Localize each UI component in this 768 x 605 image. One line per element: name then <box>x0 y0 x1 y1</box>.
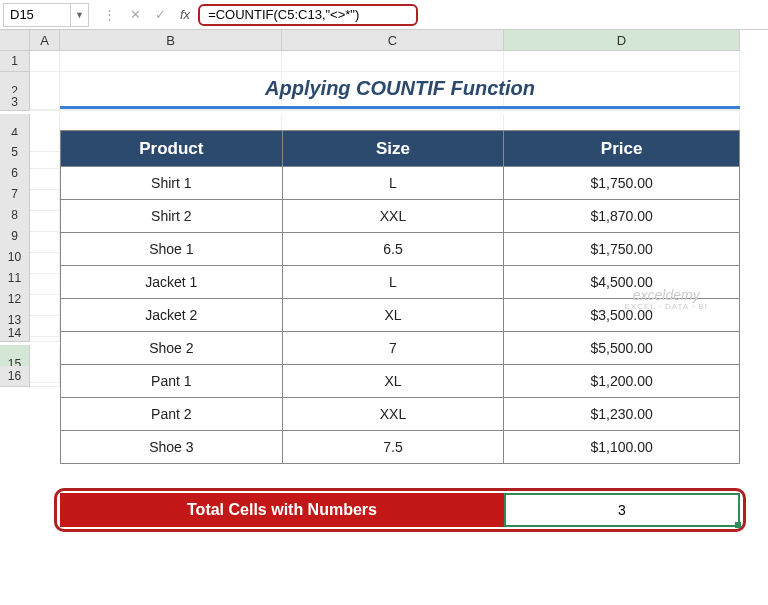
col-header-A[interactable]: A <box>30 30 60 51</box>
watermark: exceldemy EXCEL · DATA · BI <box>624 288 708 312</box>
col-header-product[interactable]: Product <box>61 131 283 167</box>
row-header-14[interactable]: 14 <box>0 324 30 342</box>
cell-product[interactable]: Shoe 1 <box>61 233 283 266</box>
table-row: Pant 2XXL$1,230.00 <box>61 398 740 431</box>
cell-product[interactable]: Pant 2 <box>61 398 283 431</box>
cell-size[interactable]: 7.5 <box>282 431 504 464</box>
cell[interactable] <box>60 51 282 72</box>
cell-product[interactable]: Shoe 3 <box>61 431 283 464</box>
name-box-dropdown-icon[interactable]: ▼ <box>71 3 89 27</box>
cell-size[interactable]: XXL <box>282 200 504 233</box>
cell-product[interactable]: Shoe 2 <box>61 332 283 365</box>
cell-size[interactable]: L <box>282 167 504 200</box>
sheet-area: ABCD12345678910111213141516 Applying COU… <box>0 30 768 387</box>
cell-price[interactable]: $1,200.00 <box>504 365 740 398</box>
cell[interactable] <box>504 51 740 72</box>
table-row: Shoe 16.5$1,750.00 <box>61 233 740 266</box>
table-row: Shirt 1L$1,750.00 <box>61 167 740 200</box>
cell-product[interactable]: Pant 1 <box>61 365 283 398</box>
cell-product[interactable]: Shirt 2 <box>61 200 283 233</box>
cell-size[interactable]: XL <box>282 299 504 332</box>
cell-price[interactable]: $1,100.00 <box>504 431 740 464</box>
cell[interactable] <box>30 93 60 111</box>
title-underline <box>60 106 740 109</box>
formula-bar-buttons: ⋮ ✕ ✓ <box>89 7 180 22</box>
cell-price[interactable]: $1,230.00 <box>504 398 740 431</box>
cell[interactable] <box>30 366 60 387</box>
cell-price[interactable]: $1,750.00 <box>504 233 740 266</box>
table-row: Shoe 37.5$1,100.00 <box>61 431 740 464</box>
cell-size[interactable]: XXL <box>282 398 504 431</box>
col-header-D[interactable]: D <box>504 30 740 51</box>
name-box[interactable]: D15 <box>3 3 71 27</box>
cell-price[interactable]: $1,870.00 <box>504 200 740 233</box>
table-row: Shirt 2XXL$1,870.00 <box>61 200 740 233</box>
cell[interactable] <box>282 51 504 72</box>
formula-bar: D15 ▼ ⋮ ✕ ✓ fx =COUNTIF(C5:C13,"<>*") <box>0 0 768 30</box>
row-header-16[interactable]: 16 <box>0 366 30 387</box>
cancel-icon[interactable]: ✕ <box>130 7 141 22</box>
col-header-price[interactable]: Price <box>504 131 740 167</box>
col-header-C[interactable]: C <box>282 30 504 51</box>
cell-size[interactable]: L <box>282 266 504 299</box>
cell-product[interactable]: Shirt 1 <box>61 167 283 200</box>
select-all-corner[interactable] <box>0 30 30 51</box>
active-cell[interactable]: 3 <box>504 493 740 527</box>
row-header-3[interactable]: 3 <box>0 93 30 111</box>
cell-size[interactable]: XL <box>282 365 504 398</box>
watermark-main: exceldemy <box>624 288 708 303</box>
watermark-sub: EXCEL · DATA · BI <box>624 303 708 312</box>
cell-product[interactable]: Jacket 2 <box>61 299 283 332</box>
page-title: Applying COUNTIF Function <box>60 71 740 105</box>
formula-input[interactable]: =COUNTIF(C5:C13,"<>*") <box>198 4 418 26</box>
cell[interactable] <box>30 324 60 342</box>
cell-price[interactable]: $5,500.00 <box>504 332 740 365</box>
enter-icon[interactable]: ✓ <box>155 7 166 22</box>
table-row: Shoe 27$5,500.00 <box>61 332 740 365</box>
fx-label[interactable]: fx <box>180 7 190 22</box>
table-row: Pant 1XL$1,200.00 <box>61 365 740 398</box>
total-label: Total Cells with Numbers <box>60 493 504 527</box>
cell-size[interactable]: 6.5 <box>282 233 504 266</box>
cell-product[interactable]: Jacket 1 <box>61 266 283 299</box>
cell-price[interactable]: $1,750.00 <box>504 167 740 200</box>
col-header-size[interactable]: Size <box>282 131 504 167</box>
cell[interactable] <box>30 51 60 72</box>
cell-size[interactable]: 7 <box>282 332 504 365</box>
total-row-highlight: Total Cells with Numbers 3 <box>54 488 746 532</box>
row-header-1[interactable]: 1 <box>0 51 30 72</box>
dots-icon: ⋮ <box>103 7 116 22</box>
table-header-row: Product Size Price <box>61 131 740 167</box>
col-header-B[interactable]: B <box>60 30 282 51</box>
